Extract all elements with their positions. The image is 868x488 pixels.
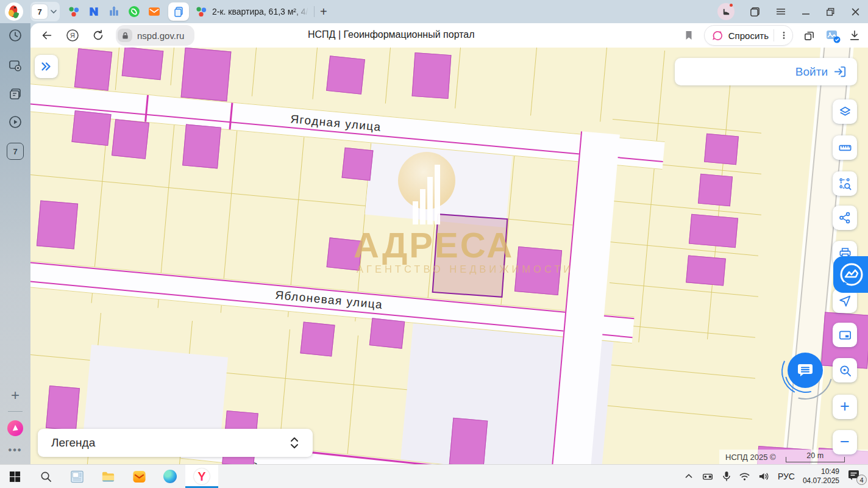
profile-avatar[interactable] bbox=[717, 3, 735, 20]
share-button[interactable] bbox=[833, 206, 857, 230]
tray-microphone-icon[interactable] bbox=[722, 471, 731, 482]
parcel-line bbox=[530, 48, 537, 116]
whatsapp-icon[interactable] bbox=[128, 5, 140, 18]
minimap-button[interactable] bbox=[833, 323, 857, 347]
building-shape bbox=[122, 48, 164, 80]
ask-spark-icon bbox=[712, 30, 724, 41]
legend-title: Легенда bbox=[51, 436, 95, 450]
zoom-out-button[interactable]: − bbox=[833, 430, 857, 454]
restore-icon[interactable] bbox=[825, 7, 836, 17]
building-shape bbox=[412, 52, 452, 99]
active-pinned-tab[interactable] bbox=[168, 2, 189, 21]
map-canvas[interactable]: Ягодная улица Яблоневая улица Цвето АДРЕ… bbox=[30, 48, 868, 464]
tray-expand-icon[interactable] bbox=[685, 472, 693, 481]
chevron-down-icon bbox=[49, 7, 59, 16]
avatar-glyph-icon bbox=[722, 7, 731, 16]
start-button[interactable] bbox=[7, 469, 22, 484]
document-icon bbox=[173, 6, 184, 17]
attribution-text: НСПД 2025 © bbox=[725, 453, 776, 462]
lock-icon[interactable] bbox=[118, 29, 132, 42]
new-tab-button[interactable]: + bbox=[320, 5, 327, 18]
file-explorer-icon[interactable] bbox=[101, 469, 115, 484]
screenshot-icon[interactable] bbox=[8, 59, 23, 73]
street-vertical bbox=[551, 131, 620, 464]
articles-icon[interactable] bbox=[8, 87, 23, 101]
zoom-in-button[interactable]: + bbox=[833, 395, 857, 419]
zoom-out-label: − bbox=[840, 434, 850, 450]
tray-wifi-icon[interactable] bbox=[739, 472, 750, 481]
dots-favicon[interactable] bbox=[68, 5, 80, 18]
taskbar-search-icon[interactable] bbox=[38, 469, 53, 484]
music-service-icon[interactable] bbox=[7, 420, 23, 436]
yandex-search-button[interactable]: Я bbox=[63, 26, 82, 45]
tab-group-chip[interactable]: 7 bbox=[30, 2, 60, 21]
sketch-assistant-button[interactable] bbox=[833, 256, 868, 293]
menu-icon[interactable] bbox=[775, 6, 786, 17]
mail-icon[interactable] bbox=[148, 5, 160, 18]
sidebar-add-icon[interactable]: + bbox=[11, 388, 20, 403]
yandex-browser-taskbar-active[interactable]: Y bbox=[185, 465, 218, 488]
parcel-line bbox=[115, 48, 119, 90]
watermark-subtitle: АГЕНТСТВО НЕДВИЖИМОСТИ bbox=[357, 264, 574, 275]
parcel-line bbox=[607, 364, 755, 379]
building-shape bbox=[704, 134, 739, 165]
close-icon[interactable] bbox=[850, 7, 861, 17]
bookmark-icon[interactable] bbox=[683, 30, 694, 41]
building-shape bbox=[71, 110, 111, 146]
parcel-line bbox=[638, 51, 665, 342]
parcel-line bbox=[30, 174, 601, 228]
tab-count-label: 7 bbox=[13, 147, 17, 156]
building-shape bbox=[449, 418, 488, 464]
download-icon[interactable] bbox=[848, 29, 861, 41]
yandex-browser-letter: Y bbox=[197, 470, 205, 484]
video-play-icon[interactable] bbox=[8, 115, 23, 129]
sidebar-more-icon[interactable]: ••• bbox=[9, 445, 23, 456]
mail-app-icon[interactable] bbox=[132, 469, 146, 484]
search-on-map-button[interactable] bbox=[833, 358, 857, 382]
login-label: Войти bbox=[795, 65, 828, 79]
building-shape bbox=[369, 318, 405, 348]
tab-count-button[interactable]: 7 bbox=[7, 143, 24, 160]
history-clock-icon[interactable] bbox=[8, 28, 23, 43]
legend-collapse-icon[interactable] bbox=[290, 436, 299, 450]
tray-volume-icon[interactable] bbox=[758, 472, 770, 481]
expand-panel-button[interactable] bbox=[35, 55, 58, 78]
login-panel[interactable]: Войти bbox=[675, 58, 857, 85]
chat-button[interactable] bbox=[788, 353, 823, 388]
tray-device-icon[interactable] bbox=[701, 472, 714, 481]
browser-logo-icon[interactable] bbox=[5, 2, 23, 21]
parcel-line bbox=[610, 242, 758, 256]
building-shape bbox=[181, 48, 232, 101]
extension-tabs-icon[interactable] bbox=[803, 29, 816, 42]
screenshot-tool-icon[interactable] bbox=[825, 29, 839, 42]
parcel-line bbox=[312, 48, 318, 99]
area-search-button[interactable] bbox=[833, 171, 857, 196]
parcel-line bbox=[610, 282, 758, 297]
edge-browser-icon[interactable] bbox=[163, 469, 177, 484]
tab-group-count: 7 bbox=[32, 4, 48, 19]
language-indicator[interactable]: РУС bbox=[778, 472, 795, 481]
back-button[interactable] bbox=[38, 26, 56, 45]
legend-panel[interactable]: Легенда bbox=[38, 429, 313, 457]
minimize-icon[interactable] bbox=[801, 7, 811, 16]
browser-toolbar: Я nspd.gov.ru НСПД | Геоинформационный п… bbox=[0, 23, 868, 48]
building-shape bbox=[326, 56, 365, 95]
refresh-button[interactable] bbox=[89, 26, 107, 45]
pinned-site-n-icon[interactable] bbox=[88, 5, 100, 18]
layers-button[interactable] bbox=[833, 99, 857, 124]
taskbar-app-icon[interactable] bbox=[69, 469, 84, 484]
browser-tab-bar: 7 2-к. квартира, 61,3 м², 4/1 + bbox=[0, 0, 868, 23]
pinned-site-building-icon[interactable] bbox=[108, 5, 120, 18]
taskbar-clock[interactable]: 10:49 04.07.2025 bbox=[803, 467, 839, 486]
watermark-title: АДРЕСА bbox=[354, 224, 514, 265]
tabs-overview-icon[interactable] bbox=[749, 6, 761, 18]
ask-ai-button[interactable]: Спросить bbox=[704, 25, 793, 46]
active-tab-title[interactable]: 2-к. квартира, 61,3 м², 4/1 bbox=[212, 7, 308, 16]
notification-center-icon[interactable]: 4 bbox=[847, 469, 863, 484]
parcel-line bbox=[252, 48, 257, 96]
ruler-button[interactable] bbox=[833, 135, 857, 160]
building-shape bbox=[46, 386, 80, 431]
parcel-line bbox=[603, 405, 752, 420]
address-bar[interactable]: nspd.gov.ru bbox=[116, 25, 194, 46]
ask-menu-dots-icon[interactable] bbox=[779, 30, 789, 40]
